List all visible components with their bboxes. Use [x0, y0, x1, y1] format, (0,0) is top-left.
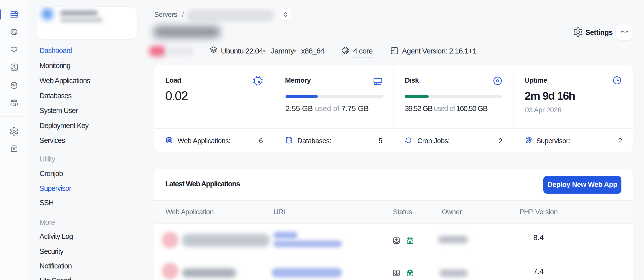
svg-text:DNS: DNS	[11, 84, 17, 87]
